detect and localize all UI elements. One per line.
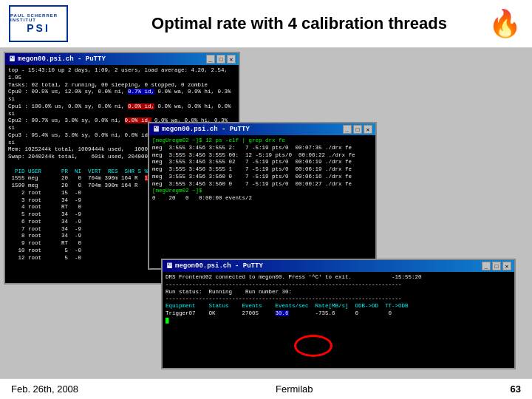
terminal-2-title-left: 🖥 megon00.psi.ch - PuTTY bbox=[152, 125, 250, 134]
terminal-1-minimize[interactable]: _ bbox=[206, 55, 215, 64]
terminal-3-body: DRS Frontend02 connected to megon00. Pre… bbox=[163, 272, 514, 368]
t1-line-2: Tasks: 02 total, 2 running, 00 sleeping,… bbox=[8, 82, 236, 89]
t3-line-5: Equipment Status Events Events/sec Rate[… bbox=[166, 303, 511, 310]
t3-line-2: ----------------------------------------… bbox=[166, 282, 511, 289]
main-content: 🖥 megon00.psi.ch - PuTTY _ □ ✕ top - 15:… bbox=[0, 48, 532, 399]
terminal-1-maximize[interactable]: □ bbox=[216, 55, 225, 64]
terminal-window-3[interactable]: 🖥 megon00.psi.ch - PuTTY _ □ ✕ DRS Front… bbox=[161, 259, 516, 369]
footer-page: 63 bbox=[511, 383, 521, 395]
t3-line-7: █ bbox=[166, 318, 511, 325]
terminal-3-minimize[interactable]: _ bbox=[482, 262, 491, 270]
terminal-1-titlebar[interactable]: 🖥 megon00.psi.ch - PuTTY _ □ ✕ bbox=[5, 53, 239, 65]
terminal-window-2[interactable]: 🖥 megon00.psi.ch - PuTTY _ □ ✕ [megUregm… bbox=[148, 122, 377, 270]
t3-line-6: Trigger07 OK 27005 30.6 -735.6 0 0 bbox=[166, 310, 511, 318]
logo-area: PAUL SCHERRER INSTITUT PSI bbox=[9, 5, 112, 42]
flame-icon: 🔥 bbox=[488, 8, 522, 39]
terminal-1-buttons[interactable]: _ □ ✕ bbox=[206, 55, 236, 64]
t3-line-4: ----------------------------------------… bbox=[166, 296, 511, 303]
terminal-2-titlebar[interactable]: 🖥 megon00.psi.ch - PuTTY _ □ ✕ bbox=[149, 123, 375, 135]
t2-line-3: meg 3:555 3:456 3:555 00: 12 -5:19 pts/0… bbox=[152, 152, 372, 160]
flame-icon-area: 🔥 bbox=[486, 5, 523, 42]
logo-institute-text: PAUL SCHERRER INSTITUT bbox=[10, 13, 66, 22]
t2-line-8: [megUregm02 ~]$ bbox=[152, 188, 372, 195]
terminal-2-close[interactable]: ✕ bbox=[364, 125, 372, 134]
terminal-3-title: megon00.psi.ch - PuTTY bbox=[175, 262, 263, 270]
t2-line-1: [megUregm02 ~]$ 12 ps -elf | grep drx fe bbox=[152, 137, 372, 145]
terminal-3-buttons[interactable]: _ □ ✕ bbox=[482, 262, 511, 270]
t2-line-5: meg 3:555 3:456 3:555 1 7 -5:19 pts/0 00… bbox=[152, 166, 372, 174]
terminal-2-maximize[interactable]: □ bbox=[353, 125, 362, 134]
t1-line-4: Cpu1 : 100.0% us, 0.0% sy, 0.0% ni, 0.0%… bbox=[8, 103, 236, 118]
terminal-3-titlebar[interactable]: 🖥 megon00.psi.ch - PuTTY _ □ ✕ bbox=[163, 260, 514, 272]
terminal-1-icon: 🖥 bbox=[8, 55, 16, 64]
page-title: Optimal rate with 4 calibration threads bbox=[112, 14, 486, 33]
t1-line-3: Cpu0 : 09.5% us, 12.0% sy, 0.0% ni, 0.7%… bbox=[8, 89, 236, 103]
terminal-3-maximize[interactable]: □ bbox=[492, 262, 501, 270]
t2-line-6: meg 3:555 3:456 3:560 0 7 -5:19 pts/0 00… bbox=[152, 174, 372, 181]
t2-line-9: 0 20 0 0:00:00 events/2 bbox=[152, 195, 372, 202]
terminal-2-title: megon00.psi.ch - PuTTY bbox=[162, 126, 250, 133]
t3-line-3: Run status: Running Run number 30: bbox=[166, 289, 511, 296]
t2-line-7: meg 3:555 3:456 3:560 0 7 -5:19 pts/0 00… bbox=[152, 181, 372, 188]
footer-org: Fermilab bbox=[276, 383, 313, 395]
footer-date: Feb. 26th, 2008 bbox=[11, 383, 78, 395]
t2-line-4: meg 3:555 3:456 3:555 02 7 -5:19 pts/0 0… bbox=[152, 159, 372, 166]
logo-psi-letters: PSI bbox=[27, 22, 50, 34]
terminal-3-icon: 🖥 bbox=[166, 262, 173, 270]
terminal-2-icon: 🖥 bbox=[152, 125, 160, 134]
terminal-2-buttons[interactable]: _ □ ✕ bbox=[343, 125, 372, 134]
terminal-1-title: megon00.psi.ch - PuTTY bbox=[18, 55, 106, 63]
psi-logo: PAUL SCHERRER INSTITUT PSI bbox=[9, 5, 68, 42]
terminal-1-close[interactable]: ✕ bbox=[227, 55, 236, 64]
terminal-2-minimize[interactable]: _ bbox=[343, 125, 352, 134]
terminal-1-title-left: 🖥 megon00.psi.ch - PuTTY bbox=[8, 55, 106, 64]
t2-line-2: meg 3:555 3:456 3:555 2: 7 -5:19 pts/0 0… bbox=[152, 145, 372, 152]
terminal-2-body: [megUregm02 ~]$ 12 ps -elf | grep drx fe… bbox=[149, 135, 375, 268]
terminal-3-title-left: 🖥 megon00.psi.ch - PuTTY bbox=[166, 262, 263, 270]
t1-line-1: top - 15:43:10 up 2 days, 1:09, 2 users,… bbox=[8, 67, 236, 82]
footer: Feb. 26th, 2008 Fermilab 63 bbox=[0, 378, 532, 399]
t3-line-1: DRS Frontend02 connected to megon00. Pre… bbox=[166, 274, 511, 282]
header: PAUL SCHERRER INSTITUT PSI Optimal rate … bbox=[0, 0, 532, 48]
terminal-3-close[interactable]: ✕ bbox=[502, 262, 511, 270]
